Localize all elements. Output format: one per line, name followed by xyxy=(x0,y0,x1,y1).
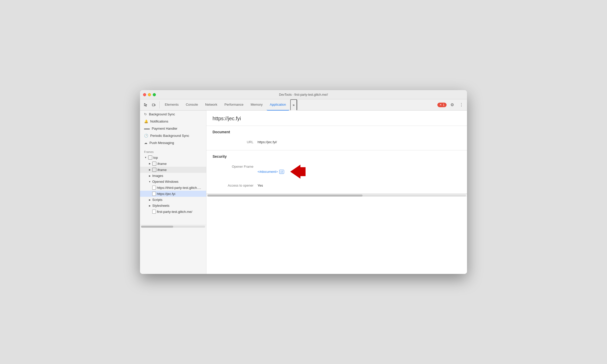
panel-scrollbar-thumb[interactable] xyxy=(207,195,363,197)
tree-item-iframe1[interactable]: ▶ iframe xyxy=(140,161,206,167)
sidebar-item-periodic-bg-sync[interactable]: 🕐 Periodic Background Sync xyxy=(140,132,206,139)
expand-icon[interactable]: ▶ xyxy=(148,198,151,201)
tree-item-opened-windows[interactable]: ▼ Opened Windows xyxy=(140,179,206,185)
error-badge[interactable]: ✕ 1 xyxy=(437,103,447,107)
security-section-title: Security xyxy=(213,154,461,159)
tree-item-jec-fyi[interactable]: https://jec.fyi xyxy=(140,191,206,197)
code-icon: ⟨/⟩ xyxy=(279,170,284,174)
error-x-icon: ✕ xyxy=(439,103,442,106)
payment-icon: ▬▬ xyxy=(144,127,150,130)
frame-icon xyxy=(148,155,152,160)
access-opener-value: Yes xyxy=(258,184,263,187)
tab-network[interactable]: Network xyxy=(202,99,220,111)
tab-elements[interactable]: Elements xyxy=(162,99,182,111)
tree-item-label: iframe xyxy=(157,162,167,166)
frames-section-header: Frames xyxy=(140,148,206,154)
svg-rect-0 xyxy=(152,104,155,106)
clock-icon: 🕐 xyxy=(144,134,148,138)
main-content: ↻ Background Sync 🔔 Notifications ▬▬ Pay… xyxy=(140,111,467,274)
cloud-icon: ☁ xyxy=(144,141,147,145)
panel-h-scrollbar[interactable] xyxy=(206,194,467,197)
opener-frame-row: Opener Frame <#document> ⟨/⟩ xyxy=(213,163,461,181)
tree-item-label: Images xyxy=(152,174,163,178)
panel-url-heading: https://jec.fyi xyxy=(206,111,467,126)
panel-scrollbar-container xyxy=(206,194,467,197)
tree-item-scripts[interactable]: ▶ Scripts xyxy=(140,197,206,203)
expand-icon[interactable]: ▶ xyxy=(148,162,151,165)
tree-item-label: Scripts xyxy=(152,198,162,202)
expand-icon[interactable]: ▼ xyxy=(144,156,147,159)
tree-item-label: first-party-test.glitch.me/ xyxy=(157,210,192,214)
page-icon xyxy=(152,192,156,196)
tab-console[interactable]: Console xyxy=(183,99,201,111)
sidebar-item-background-sync[interactable]: ↻ Background Sync xyxy=(140,111,206,118)
tree-item-label: iframe xyxy=(157,168,167,172)
svg-marker-2 xyxy=(290,165,306,179)
toolbar: Elements Console Network Performance Mem… xyxy=(140,99,467,111)
svg-rect-1 xyxy=(155,104,155,106)
sidebar-item-label: Push Messaging xyxy=(149,141,174,145)
tree-item-images[interactable]: ▶ Images xyxy=(140,173,206,179)
tab-memory[interactable]: Memory xyxy=(248,99,266,111)
maximize-button[interactable] xyxy=(153,93,156,96)
sidebar: ↻ Background Sync 🔔 Notifications ▬▬ Pay… xyxy=(140,111,206,274)
sidebar-item-push-messaging[interactable]: ☁ Push Messaging xyxy=(140,139,206,146)
sidebar-item-label: Periodic Background Sync xyxy=(150,134,189,138)
toolbar-icon-group xyxy=(142,101,160,108)
tree-item-top[interactable]: ▼ top xyxy=(140,154,206,161)
right-panel: https://jec.fyi Document URL https://jec… xyxy=(206,111,467,274)
frame-icon xyxy=(152,168,156,172)
more-tabs-button[interactable]: » xyxy=(290,99,297,111)
more-options-icon[interactable]: ⋮ xyxy=(458,101,465,108)
tree-item-label: top xyxy=(153,156,158,160)
url-row: URL https://jec.fyi/ xyxy=(213,138,461,146)
opener-frame-link-text: <#document> xyxy=(258,170,278,174)
sync-icon: ↻ xyxy=(144,112,147,116)
sidebar-scrollbar-thumb[interactable] xyxy=(141,226,173,228)
devtools-window: DevTools - first-party-test.glitch.me// … xyxy=(140,90,467,274)
minimize-button[interactable] xyxy=(148,93,151,96)
opener-frame-link[interactable]: <#document> ⟨/⟩ xyxy=(258,170,285,174)
frame-icon xyxy=(152,162,156,166)
tree-item-stylesheets[interactable]: ▶ Stylesheets xyxy=(140,203,206,209)
tree-item-first-party-file[interactable]: first-party-test.glitch.me/ xyxy=(140,209,206,215)
tab-application[interactable]: Application xyxy=(267,99,289,111)
title-bar: DevTools - first-party-test.glitch.me// xyxy=(140,90,467,99)
tree-item-label: https://jec.fyi xyxy=(157,192,175,196)
expand-icon[interactable]: ▶ xyxy=(148,168,151,171)
document-section: Document URL https://jec.fyi/ xyxy=(206,126,467,150)
url-label: URL xyxy=(213,140,253,144)
settings-icon[interactable]: ⚙ xyxy=(449,101,456,108)
toolbar-right: ✕ 1 ⚙ ⋮ xyxy=(437,101,465,108)
tree-item-third-party-url[interactable]: https://third-party-test.glitch.me/po xyxy=(140,185,206,191)
security-section: Security Opener Frame <#document> ⟨/⟩ xyxy=(206,150,467,194)
tree-item-iframe2[interactable]: ▶ iframe xyxy=(140,167,206,173)
page-icon xyxy=(152,186,156,190)
opener-frame-label: Opener Frame xyxy=(213,165,253,168)
traffic-lights xyxy=(143,93,156,96)
expand-icon[interactable]: ▶ xyxy=(148,174,151,177)
document-section-title: Document xyxy=(213,130,461,134)
tab-performance[interactable]: Performance xyxy=(221,99,247,111)
sidebar-scrollbar[interactable] xyxy=(140,225,206,228)
opener-frame-value: <#document> ⟨/⟩ xyxy=(258,165,306,179)
tree-item-label: https://third-party-test.glitch.me/po xyxy=(157,186,203,190)
access-opener-row: Access to opener Yes xyxy=(213,181,461,189)
device-toggle-icon[interactable] xyxy=(150,101,157,108)
sidebar-item-label: Payment Handler xyxy=(152,127,177,130)
access-opener-label: Access to opener xyxy=(213,184,253,187)
sidebar-item-notifications[interactable]: 🔔 Notifications xyxy=(140,118,206,125)
sidebar-item-payment-handler[interactable]: ▬▬ Payment Handler xyxy=(140,125,206,132)
sidebar-scrollbar-track xyxy=(141,226,205,228)
panel-scrollbar-track xyxy=(207,195,466,197)
expand-icon[interactable]: ▼ xyxy=(148,180,151,183)
inspect-icon[interactable] xyxy=(142,101,149,108)
tree-item-label: Opened Windows xyxy=(152,180,179,184)
bell-icon: 🔔 xyxy=(144,119,148,123)
error-count: 1 xyxy=(443,103,445,107)
sidebar-item-label: Background Sync xyxy=(149,112,175,116)
tree-item-label: Stylesheets xyxy=(152,204,169,208)
page-icon xyxy=(152,210,156,214)
close-button[interactable] xyxy=(143,93,146,96)
expand-icon[interactable]: ▶ xyxy=(148,204,151,207)
